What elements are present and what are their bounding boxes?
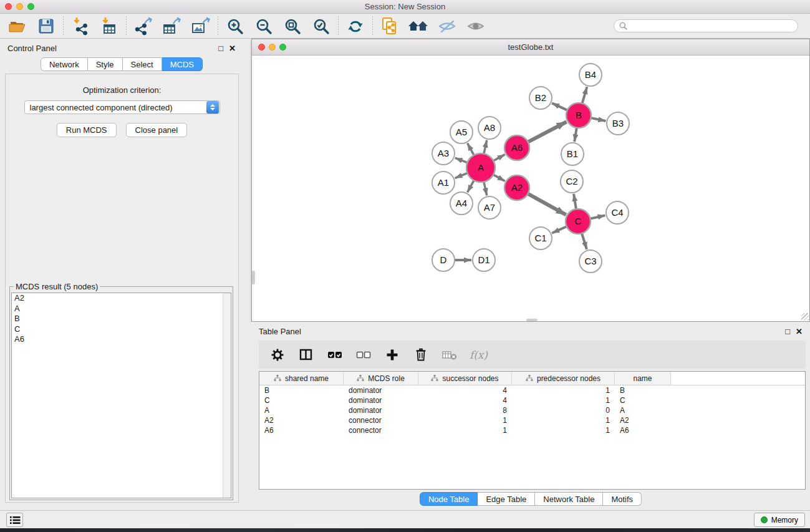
network-vscrollbar[interactable] bbox=[252, 271, 255, 284]
tab-network-table[interactable]: Network Table bbox=[535, 492, 603, 506]
edge-A-A8[interactable] bbox=[484, 140, 487, 155]
node-B1[interactable]: B1 bbox=[561, 143, 584, 165]
edge-A-A2[interactable] bbox=[493, 175, 504, 181]
save-session-button[interactable] bbox=[35, 16, 57, 37]
zoom-selected-button[interactable] bbox=[310, 16, 332, 37]
zoom-in-button[interactable] bbox=[224, 16, 246, 37]
export-network-button[interactable] bbox=[132, 16, 155, 37]
import-table-button[interactable] bbox=[98, 16, 120, 37]
column-header-predecessor-nodes[interactable]: predecessor nodes bbox=[512, 372, 615, 385]
node-A7[interactable]: A7 bbox=[478, 196, 501, 219]
table-cell[interactable]: 4 bbox=[418, 385, 512, 395]
node-A1[interactable]: A1 bbox=[432, 172, 455, 194]
node-B2[interactable]: B2 bbox=[529, 87, 552, 109]
node-table[interactable]: shared nameMCDS rolesuccessor nodesprede… bbox=[259, 371, 806, 490]
first-neighbors-button[interactable] bbox=[407, 16, 430, 37]
node-C4[interactable]: C4 bbox=[606, 201, 629, 224]
table-cell[interactable]: A2 bbox=[615, 415, 671, 425]
apply-layout-button[interactable] bbox=[344, 16, 367, 37]
table-row[interactable]: A6connector11A6 bbox=[259, 425, 805, 435]
edge-A-A5[interactable] bbox=[468, 143, 475, 156]
node-D[interactable]: D bbox=[432, 249, 455, 271]
tab-motifs[interactable]: Motifs bbox=[603, 492, 642, 506]
open-file-button[interactable] bbox=[6, 16, 29, 37]
edge-C-C3[interactable] bbox=[582, 233, 587, 249]
table-cell[interactable]: B bbox=[259, 385, 344, 395]
show-all-button[interactable] bbox=[465, 16, 487, 37]
add-column-button[interactable] bbox=[382, 345, 402, 365]
table-cell[interactable]: 1 bbox=[512, 425, 615, 435]
tab-edge-table[interactable]: Edge Table bbox=[478, 492, 535, 506]
network-maximize-icon[interactable] bbox=[279, 44, 286, 51]
node-B4[interactable]: B4 bbox=[579, 64, 602, 86]
table-cell[interactable]: A2 bbox=[259, 415, 344, 425]
node-D1[interactable]: D1 bbox=[473, 249, 495, 271]
table-cell[interactable]: A6 bbox=[259, 425, 344, 435]
node-A5[interactable]: A5 bbox=[450, 121, 473, 143]
memory-button[interactable]: Memory bbox=[754, 513, 805, 527]
table-row[interactable]: Adominator80A bbox=[259, 405, 805, 415]
resize-grip-icon[interactable] bbox=[801, 313, 809, 321]
column-header-MCDS-role[interactable]: MCDS role bbox=[344, 372, 418, 385]
table-cell[interactable]: 1 bbox=[418, 425, 512, 435]
table-cell[interactable]: C bbox=[259, 395, 344, 405]
export-table-button[interactable] bbox=[161, 16, 183, 37]
search-box[interactable] bbox=[614, 19, 798, 32]
node-A2[interactable]: A2 bbox=[504, 175, 529, 200]
select-all-rows-button[interactable] bbox=[325, 345, 345, 365]
edge-B-B1[interactable] bbox=[574, 127, 577, 142]
mcds-result-item[interactable]: C bbox=[12, 324, 231, 335]
table-cell[interactable]: dominator bbox=[344, 405, 418, 415]
network-frame-titlebar[interactable]: testGlobe.txt bbox=[252, 39, 809, 56]
close-table-panel-icon[interactable]: ✕ bbox=[796, 327, 803, 336]
network-canvas[interactable]: B4B2BB3A5A8A6B1A3AC2A1A2A4A7C4CC1C3DD1 bbox=[252, 56, 809, 321]
maximize-window-icon[interactable] bbox=[27, 3, 34, 10]
column-header-shared-name[interactable]: shared name bbox=[259, 372, 344, 385]
task-history-button[interactable] bbox=[6, 513, 23, 527]
export-image-button[interactable] bbox=[190, 16, 212, 37]
table-cell[interactable]: A bbox=[259, 405, 344, 415]
table-cell[interactable]: 0 bbox=[512, 405, 615, 415]
node-C1[interactable]: C1 bbox=[529, 227, 552, 249]
edge-A-A4[interactable] bbox=[468, 180, 475, 192]
mcds-result-item[interactable]: A bbox=[12, 304, 231, 314]
network-close-icon[interactable] bbox=[258, 44, 265, 51]
zoom-out-button[interactable] bbox=[253, 16, 275, 37]
result-list-scrollbar[interactable] bbox=[223, 293, 231, 498]
edge-A-A6[interactable] bbox=[493, 155, 504, 162]
table-cell[interactable]: A bbox=[615, 405, 671, 415]
tab-node-table[interactable]: Node Table bbox=[420, 492, 478, 506]
import-network-button[interactable] bbox=[69, 16, 92, 37]
column-header-successor-nodes[interactable]: successor nodes bbox=[418, 372, 512, 385]
table-cell[interactable]: connector bbox=[344, 425, 418, 435]
minimize-window-icon[interactable] bbox=[16, 3, 23, 10]
table-row[interactable]: Bdominator41B bbox=[259, 385, 805, 395]
column-header-name[interactable]: name bbox=[615, 372, 671, 385]
close-window-icon[interactable] bbox=[5, 3, 12, 10]
table-cell[interactable]: 1 bbox=[512, 415, 615, 425]
edge-A-A7[interactable] bbox=[484, 181, 487, 195]
table-cell[interactable]: 8 bbox=[418, 405, 512, 415]
table-settings-button[interactable] bbox=[268, 345, 287, 365]
node-B[interactable]: B bbox=[566, 103, 591, 128]
table-row[interactable]: A2connector11A2 bbox=[259, 415, 805, 425]
delete-column-button[interactable] bbox=[411, 345, 431, 365]
edge-C-C1[interactable] bbox=[552, 226, 567, 233]
table-row[interactable]: Cdominator41C bbox=[259, 395, 805, 405]
edge-A-A3[interactable] bbox=[455, 158, 468, 163]
mcds-result-item[interactable]: A6 bbox=[12, 334, 231, 345]
table-cell[interactable]: B bbox=[615, 385, 671, 395]
node-B3[interactable]: B3 bbox=[607, 112, 629, 135]
tab-select[interactable]: Select bbox=[123, 57, 162, 71]
table-cell[interactable]: C bbox=[615, 395, 671, 405]
edge-C-C4[interactable] bbox=[590, 215, 605, 219]
edge-A2-C[interactable] bbox=[528, 193, 566, 215]
node-C[interactable]: C bbox=[566, 209, 591, 234]
edge-A-A1[interactable] bbox=[455, 173, 468, 178]
float-table-panel-icon[interactable]: □ bbox=[785, 327, 790, 336]
tab-mcds[interactable]: MCDS bbox=[162, 57, 203, 71]
zoom-fit-button[interactable] bbox=[281, 16, 304, 37]
show-hide-columns-button[interactable] bbox=[296, 345, 316, 365]
tab-network[interactable]: Network bbox=[41, 57, 88, 71]
network-minimize-icon[interactable] bbox=[269, 44, 276, 51]
